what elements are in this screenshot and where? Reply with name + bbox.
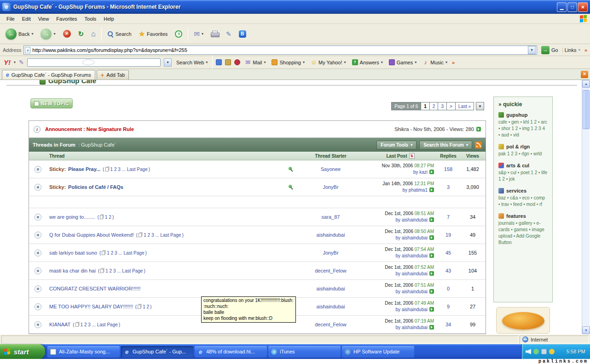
thread-page-links[interactable]: (1 2 3 ... Last Page) <box>136 233 184 238</box>
go-to-last-post-icon[interactable] <box>429 307 434 312</box>
forum-tools-button[interactable]: Forum Tools▾ <box>376 141 416 149</box>
yahoo-search-dropdown-icon[interactable]: ▾ <box>164 58 172 67</box>
go-to-last-post-icon[interactable] <box>429 253 434 258</box>
sidebar-section-links[interactable]: baz • c&a • eco • comp • trav • feed • m… <box>498 195 548 208</box>
radio-icon[interactable] <box>234 59 240 65</box>
thread-starter-link[interactable]: aishaindubai <box>317 286 345 291</box>
menu-item[interactable]: File <box>3 15 18 23</box>
search-this-forum-button[interactable]: Search this Forum▾ <box>419 141 472 149</box>
thread-title-link[interactable]: KIANAAT <box>49 322 70 327</box>
last-poster-link[interactable]: by aishaindubai <box>396 217 428 222</box>
sort-icon[interactable]: ⇅ <box>409 153 415 159</box>
replies-link[interactable]: 3 <box>447 184 450 190</box>
yahoo-toolbar-item[interactable]: Shopping ▾ <box>270 58 306 66</box>
thread-starter-link[interactable]: JonyBr <box>323 250 338 256</box>
sidebar-ad-image[interactable] <box>496 307 550 334</box>
go-to-last-post-icon[interactable] <box>429 271 434 276</box>
replies-link[interactable]: 19 <box>445 232 451 238</box>
taskbar-task-button[interactable]: HP Software Update <box>342 346 414 358</box>
replies-link[interactable]: 7 <box>447 214 450 220</box>
scroll-up-icon[interactable]: ▲ <box>582 80 590 88</box>
replies-link[interactable]: 0 <box>447 286 450 291</box>
menu-item[interactable]: Edit <box>18 15 35 23</box>
history-button[interactable] <box>173 29 184 39</box>
last-poster-link[interactable]: by aishaindubai <box>396 253 428 258</box>
taskbar-task-button[interactable]: e 48% of download.ht... <box>195 346 267 358</box>
minimize-button[interactable]: ▁ <box>557 2 567 12</box>
search-web-button[interactable]: Search Web ▾ <box>175 59 209 66</box>
yahoo-logo-dropdown-icon[interactable]: ▾ <box>14 60 16 64</box>
taskbar-task-button[interactable]: e GupShup Cafe´ - Gup... <box>121 346 193 358</box>
mail-dropdown-icon[interactable]: ▾ <box>202 32 203 36</box>
back-button[interactable]: ← Back ▾ <box>4 27 35 41</box>
yahoo-toolbar-item[interactable]: ☺ My Yahoo! ▾ <box>309 58 347 66</box>
page-link[interactable]: Last » <box>456 102 474 110</box>
thread-page-links[interactable]: (1 2 3 ... Last Page) <box>103 167 150 172</box>
yahoo-toolbar-item[interactable]: Games ▾ <box>388 58 418 66</box>
forward-dropdown-icon[interactable]: ▾ <box>53 32 55 36</box>
thread-page-links[interactable]: (1 2) <box>135 304 152 309</box>
thread-starter-link[interactable]: aishaindubai <box>317 232 345 238</box>
thread-page-links[interactable]: (1 2 3 ... Last Page) <box>73 322 120 327</box>
thread-title-link[interactable]: Please Pray... <box>68 166 100 172</box>
sidebar-section-links[interactable]: pak 1 2 3 • rlgn • wrld <box>498 151 548 157</box>
menu-item[interactable]: Favorites <box>52 15 81 23</box>
security-icon[interactable] <box>549 349 555 354</box>
bookmarks-icon[interactable] <box>216 59 222 65</box>
page-link[interactable]: > <box>447 102 456 110</box>
network-icon[interactable] <box>533 349 539 354</box>
last-poster-link[interactable]: by phatima1 <box>403 188 428 193</box>
vertical-scrollbar[interactable]: ▲ ▼ <box>582 80 590 334</box>
last-poster-link[interactable]: by kazi <box>413 170 428 175</box>
last-poster-link[interactable]: by aishaindubai <box>396 307 428 312</box>
thread-title-link[interactable]: sab larkiyo baat suno <box>49 250 97 256</box>
go-to-last-post-icon[interactable] <box>429 289 434 294</box>
go-to-last-post-icon[interactable] <box>429 325 434 330</box>
forward-button[interactable]: → ▾ <box>39 27 57 41</box>
thread-page-links[interactable]: (1 2) <box>98 215 114 220</box>
refresh-button[interactable]: ↻ <box>76 28 86 40</box>
favorites-button[interactable]: ★ Favorites <box>137 28 170 40</box>
pencil-icon[interactable]: ✎ <box>19 59 24 66</box>
go-to-last-post-icon[interactable] <box>429 235 434 240</box>
yahoo-overflow-chevron-icon[interactable]: » <box>452 60 455 65</box>
antispy-icon[interactable] <box>225 59 231 65</box>
volume-icon[interactable] <box>526 349 531 354</box>
thread-starter-link[interactable]: decent_Felow <box>315 268 347 273</box>
scrollbar-thumb[interactable] <box>583 90 590 129</box>
thread-page-links[interactable]: (1 2 3 ... Last Page) <box>99 250 147 256</box>
thread-starter-link[interactable]: JonyBr <box>323 184 338 190</box>
thread-title-link[interactable]: masti ka char din hai <box>49 268 96 273</box>
close-button[interactable]: ✕ <box>578 2 588 12</box>
menu-item[interactable]: Help <box>100 15 118 23</box>
close-tab-icon[interactable]: ✕ <box>581 71 588 78</box>
last-poster-link[interactable]: by aishaindubai <box>396 289 428 294</box>
go-to-last-post-icon[interactable] <box>429 170 434 174</box>
sidebar-section-links[interactable]: cafe • gen • khl 1 2 • arc • shor 1 2 • … <box>498 119 548 138</box>
address-dropdown-icon[interactable]: ▾ <box>528 46 536 54</box>
sidebar-section-links[interactable]: s&p • cul • poet 1 2 • life 1 2 • jok <box>498 170 548 182</box>
replies-link[interactable]: 9 <box>447 304 450 309</box>
thread-starter-link[interactable]: Sayonee <box>321 166 341 172</box>
thread-title-link[interactable]: ME TOO HAPPY!! SALARY DAY!!!!!!! <box>49 304 133 309</box>
thread-title-link[interactable]: Q for Dubai Guppies About Weekend! <box>49 232 134 238</box>
thread-starter-link[interactable]: sara_87 <box>322 214 340 220</box>
thread-title-link[interactable]: CONGRATZ CRESCENT WARRIOR!!!!!! <box>49 286 140 291</box>
stop-button[interactable]: ✕ <box>61 28 73 39</box>
tab-gupshup-forums[interactable]: e GupShup Cafe´ - GupShup Forums <box>2 70 95 80</box>
yahoo-toolbar-item[interactable]: ✉ Mail ▾ <box>243 58 267 66</box>
add-tab-button[interactable]: + Add Tab <box>97 70 129 80</box>
last-poster-link[interactable]: by aishaindubai <box>396 325 428 330</box>
replies-link[interactable]: 43 <box>445 268 451 273</box>
menu-item[interactable]: View <box>35 15 53 23</box>
last-poster-link[interactable]: by aishaindubai <box>396 235 428 240</box>
thread-title-link[interactable]: Policies of Café / FAQs <box>68 184 123 190</box>
yahoo-toolbar-item[interactable]: ? Answers ▾ <box>351 58 384 66</box>
page-link[interactable]: 2 <box>430 102 439 110</box>
thread-page-links[interactable]: (1 2 3 ... Last Page) <box>98 268 145 273</box>
menu-item[interactable]: Tools <box>81 15 100 23</box>
scroll-down-icon[interactable]: ▼ <box>582 326 590 334</box>
home-button[interactable]: ⌂ <box>89 28 98 40</box>
thread-starter-link[interactable]: aishaindubai <box>317 304 345 309</box>
sidebar-section-links[interactable]: journals • gallery • e-cards • games • i… <box>498 220 548 246</box>
